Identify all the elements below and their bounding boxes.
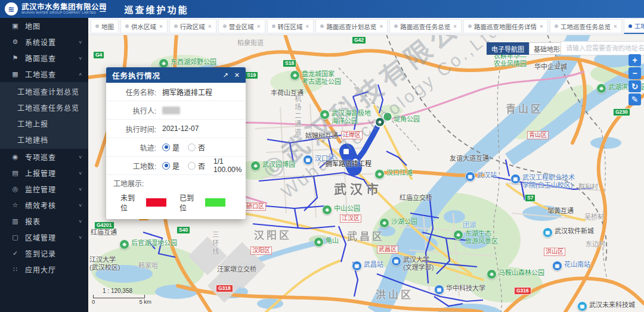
sidebar-item-special-patrol[interactable]: ◉专项巡查∨: [0, 149, 88, 165]
field-label: 工地数:: [113, 161, 156, 171]
menu-toggle-icon[interactable]: ☰: [99, 4, 107, 14]
dialog-field-row: 任务名称:拥军路道排工程: [106, 83, 246, 101]
sidebar-item-performance[interactable]: ☆绩效考核∨: [0, 197, 88, 213]
sidebar-submenu-site-patrol: 工地巡查计划总览工地巡查任务总览工地上报工地建档: [0, 82, 88, 149]
tab-road-task-overview[interactable]: 路面巡查任务总览×: [389, 19, 462, 33]
scale-max: 5 km: [139, 298, 151, 305]
submenu-item[interactable]: 工地巡查任务总览: [0, 99, 88, 116]
tab-label: 转压区域: [278, 22, 303, 31]
basemap-electronic-button[interactable]: 电子导航图: [487, 42, 529, 55]
app-hall-icon: ∷: [11, 266, 20, 273]
sidebar-item-report-mgmt[interactable]: ▤上报管理∨: [0, 165, 88, 181]
dialog-header[interactable]: 任务执行情况 ↗ ✕: [106, 67, 246, 83]
radio-label: 否: [198, 161, 205, 171]
sidebar-item-label: 上报管理: [25, 168, 78, 178]
close-icon[interactable]: ✕: [234, 71, 240, 79]
track-radio-是[interactable]: 是: [162, 142, 179, 152]
basemap-toggle: 电子导航图 基础地形图: [487, 42, 571, 55]
tab-label: 路面巡查任务总览: [400, 22, 450, 31]
tab-road-plan-overview[interactable]: 路面巡查计划总览×: [315, 19, 388, 33]
site-count-radio-是[interactable]: 是: [162, 161, 179, 171]
tab-close-icon[interactable]: ×: [379, 23, 383, 30]
site-count-radio-否[interactable]: 否: [188, 161, 205, 171]
tab-map[interactable]: 地图: [91, 19, 119, 33]
dialog-track-row: 轨迹:是否: [106, 138, 246, 157]
sidebar-item-monitor-mgmt[interactable]: ◎监控管理∨: [0, 181, 88, 197]
submenu-item[interactable]: 工地上报: [0, 116, 88, 132]
radio-icon[interactable]: [162, 162, 170, 170]
app-header: ≋ 武汉市水务集团有限公司 WUHAN WATER GROUP COMPANY …: [0, 0, 644, 18]
performance-icon: ☆: [11, 201, 20, 209]
dialog-field-row: 执行时间:2021-12-07: [106, 120, 246, 138]
submenu-item[interactable]: 工地建档: [0, 132, 88, 148]
radio-label: 否: [198, 142, 205, 152]
sidebar-item-label: 工地巡查: [25, 69, 78, 79]
tab-dot-icon: [125, 24, 129, 28]
zoom-in-icon[interactable]: +: [628, 54, 641, 66]
radio-icon[interactable]: [162, 143, 170, 151]
tab-close-icon[interactable]: ×: [540, 23, 543, 30]
legend-swatch: [205, 198, 225, 207]
dialog-body: 任务名称:拥军路道排工程执行人:执行时间:2021-12-07轨迹:是否工地数:…: [106, 83, 246, 219]
sidebar-item-reports[interactable]: ▥报表∨: [0, 213, 88, 229]
tab-close-icon[interactable]: ×: [208, 23, 212, 30]
tab-close-icon[interactable]: ×: [306, 23, 309, 30]
tab-dot-icon: [320, 24, 324, 28]
sidebar-item-label: 区域管理: [25, 232, 78, 242]
display-label: 工地展示:: [113, 178, 239, 188]
draw-icon[interactable]: ✎: [628, 93, 641, 105]
tab-admin-region[interactable]: 行政区域×: [169, 19, 216, 33]
tab-label: 供水区域: [131, 22, 156, 31]
submenu-item[interactable]: 工地巡查计划总览: [0, 83, 88, 99]
tab-site-task-detail[interactable]: 工地巡查任务明细×: [624, 18, 644, 34]
region-mgmt-icon: ▢: [11, 233, 20, 241]
tab-close-icon[interactable]: ×: [453, 23, 457, 30]
tab-dot-icon: [394, 24, 398, 28]
tab-dot-icon: [174, 24, 178, 28]
radio-icon[interactable]: [188, 143, 196, 151]
field-label: 执行人:: [113, 105, 156, 116]
radio-icon[interactable]: [188, 162, 196, 170]
route-label: 拥军路道排工程: [326, 158, 371, 168]
tab-dot-icon: [555, 24, 558, 28]
map-icon: ▣: [11, 22, 20, 30]
tab-site-task-overview[interactable]: 工地巡查任务总览×: [550, 19, 622, 33]
chevron-down-icon: ∨: [78, 155, 82, 160]
tab-dot-icon: [223, 24, 227, 28]
refresh-icon[interactable]: ↻: [628, 80, 641, 92]
road-patrol-icon: ⚑: [11, 54, 20, 62]
sidebar-item-region-mgmt[interactable]: ▢区域管理∨: [0, 229, 88, 245]
sidebar-item-app-hall[interactable]: ∷应用大厅: [0, 261, 88, 277]
tab-close-icon[interactable]: ×: [614, 23, 617, 30]
track-radio-否[interactable]: 否: [188, 142, 205, 152]
chevron-down-icon: ∨: [78, 56, 82, 61]
zoom-out-icon[interactable]: −: [628, 67, 641, 79]
sidebar-item-checkin[interactable]: ✓签到记录: [0, 245, 88, 261]
tab-pressure-region[interactable]: 转压区域×: [267, 19, 314, 33]
chevron-down-icon: ∨: [78, 171, 82, 176]
legend-label: 已到位: [179, 192, 200, 213]
chevron-down-icon: ∨: [78, 40, 82, 45]
company-name-en: WUHAN WATER GROUP COMPANY LIMITED: [21, 11, 107, 15]
sidebar-item-road-patrol[interactable]: ⚑路面巡查∨: [0, 50, 88, 66]
address-search-input[interactable]: [561, 41, 644, 55]
expand-icon[interactable]: ↗: [223, 71, 228, 79]
field-value: 拥军路道排工程: [162, 87, 212, 97]
tab-label: 路面巡查地图任务详情: [474, 22, 537, 31]
radio-label: 是: [172, 161, 179, 171]
tab-close-icon[interactable]: ×: [257, 23, 261, 30]
tab-water-supply-region[interactable]: 供水区域×: [120, 19, 168, 33]
company-name: 武汉市水务集团有限公司: [21, 4, 107, 11]
tab-road-map-task-detail[interactable]: 路面巡查地图任务详情×: [463, 19, 548, 33]
dialog-title: 任务执行情况: [112, 70, 217, 81]
task-execution-dialog: 任务执行情况 ↗ ✕ 任务名称:拥军路道排工程执行人:执行时间:2021-12-…: [106, 67, 246, 219]
chevron-down-icon: ∨: [78, 203, 82, 208]
sidebar-item-site-patrol[interactable]: ▦工地巡查∧: [0, 66, 88, 82]
tab-dot-icon: [628, 24, 632, 28]
field-label: 任务名称:: [113, 87, 156, 97]
tab-close-icon[interactable]: ×: [159, 23, 163, 30]
sidebar-item-map[interactable]: ▣地图: [0, 18, 88, 34]
sidebar-item-system-settings[interactable]: ⚙系统设置∨: [0, 34, 88, 50]
chevron-up-icon: ∧: [78, 72, 82, 77]
tab-business-region[interactable]: 营业区域×: [218, 19, 265, 33]
